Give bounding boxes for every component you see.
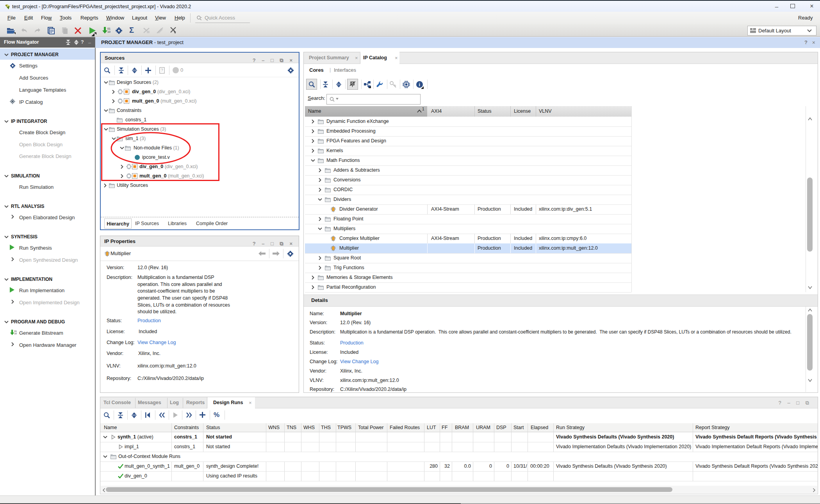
svg-text:?: ? (161, 68, 163, 73)
svg-text:10: 10 (14, 332, 16, 335)
svg-text:01: 01 (14, 330, 16, 332)
svg-text:10: 10 (107, 30, 111, 33)
svg-text:01: 01 (107, 27, 111, 30)
